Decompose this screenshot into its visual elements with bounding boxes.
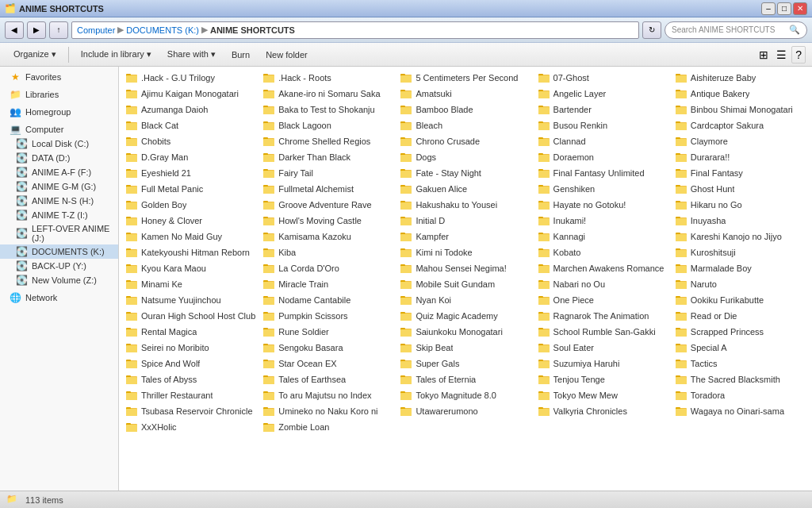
- file-item[interactable]: Ghost Hunt: [672, 181, 809, 197]
- file-item[interactable]: Darker Than Black: [259, 149, 396, 165]
- file-item[interactable]: Marmalade Boy: [672, 260, 809, 276]
- file-item[interactable]: Gakuen Alice: [396, 181, 534, 197]
- file-item[interactable]: Spice And Wolf: [122, 356, 259, 371]
- file-item[interactable]: Amatsuki: [396, 86, 534, 102]
- file-item[interactable]: Ajimu Kaigan Monogatari: [122, 86, 259, 102]
- file-item[interactable]: Claymore: [672, 133, 809, 149]
- forward-button[interactable]: ▶: [27, 21, 46, 39]
- file-item[interactable]: Kiba: [259, 244, 396, 260]
- file-item[interactable]: Black Lagoon: [259, 117, 396, 133]
- file-item[interactable]: Eyeshield 21: [122, 165, 259, 181]
- organize-button[interactable]: Organize ▾: [6, 46, 63, 64]
- minimize-button[interactable]: –: [761, 2, 776, 15]
- file-item[interactable]: Fullmetal Alchemist: [259, 181, 396, 197]
- file-item[interactable]: Honey & Clover: [122, 213, 259, 229]
- sidebar-item-anime-i[interactable]: 💽 ANIME T-Z (I:): [0, 208, 118, 222]
- include-library-button[interactable]: Include in library ▾: [74, 46, 159, 64]
- file-item[interactable]: Utawarerumono: [396, 403, 534, 419]
- file-item[interactable]: Ouran High School Host Club: [122, 308, 259, 324]
- file-item[interactable]: Thriller Restaurant: [122, 387, 259, 403]
- file-item[interactable]: Final Fantasy: [672, 165, 809, 181]
- sidebar-item-new-volume-z[interactable]: 💽 New Volume (Z:): [0, 273, 118, 287]
- file-item[interactable]: To aru Majutsu no Index: [259, 387, 396, 403]
- sidebar-item-data-d[interactable]: 💽 DATA (D:): [0, 151, 118, 165]
- file-item[interactable]: Tales of Abyss: [122, 371, 259, 387]
- file-item[interactable]: Natsume Yuujinchou: [122, 292, 259, 308]
- file-item[interactable]: Inukami!: [534, 213, 672, 229]
- file-item[interactable]: Antique Bakery: [672, 86, 809, 102]
- sidebar-item-backup-y[interactable]: 💽 BACK-UP (Y:): [0, 259, 118, 273]
- back-button[interactable]: ◀: [5, 21, 24, 39]
- file-item[interactable]: Kuroshitsuji: [672, 244, 809, 260]
- file-item[interactable]: Tenjou Tenge: [534, 371, 672, 387]
- file-item[interactable]: Chobits: [122, 133, 259, 149]
- file-item[interactable]: 07-Ghost: [534, 70, 672, 86]
- file-item[interactable]: Rental Magica: [122, 324, 259, 340]
- file-item[interactable]: Kobato: [534, 244, 672, 260]
- file-item[interactable]: Inuyasha: [672, 213, 809, 229]
- file-item[interactable]: Kampfer: [396, 229, 534, 244]
- file-item[interactable]: Scrapped Princess: [672, 324, 809, 340]
- file-item[interactable]: Azumanga Daioh: [122, 102, 259, 117]
- file-item[interactable]: Durarara!!: [672, 149, 809, 165]
- file-item[interactable]: .Hack - Roots: [259, 70, 396, 86]
- file-item[interactable]: Nabari no Ou: [534, 276, 672, 292]
- file-item[interactable]: Clannad: [534, 133, 672, 149]
- search-box[interactable]: Search ANIME SHORTCUTS 🔍: [665, 21, 807, 39]
- search-icon[interactable]: 🔍: [789, 25, 800, 35]
- file-item[interactable]: Seirei no Moribito: [122, 340, 259, 356]
- file-item[interactable]: Nodame Cantabile: [259, 292, 396, 308]
- close-button[interactable]: ✕: [793, 2, 807, 15]
- file-item[interactable]: Minami Ke: [122, 276, 259, 292]
- file-item[interactable]: Baka to Test to Shokanju: [259, 102, 396, 117]
- file-item[interactable]: Soul Eater: [534, 340, 672, 356]
- help-icon[interactable]: ?: [791, 46, 806, 64]
- file-item[interactable]: Nyan Koi: [396, 292, 534, 308]
- file-item[interactable]: Genshiken: [534, 181, 672, 197]
- file-item[interactable]: Star Ocean EX: [259, 356, 396, 371]
- file-item[interactable]: Tsubasa Reservoir Chronicle: [122, 403, 259, 419]
- file-item[interactable]: Miracle Train: [259, 276, 396, 292]
- file-item[interactable]: Valkyria Chronicles: [534, 403, 672, 419]
- file-item[interactable]: Tales of Eternia: [396, 371, 534, 387]
- file-item[interactable]: Katekyoushi Hitman Reborn: [122, 244, 259, 260]
- file-item[interactable]: Fate - Stay Night: [396, 165, 534, 181]
- file-item[interactable]: Tales of Earthsea: [259, 371, 396, 387]
- file-item[interactable]: Tokyo Magnitude 8.0: [396, 387, 534, 403]
- file-item[interactable]: Kareshi Kanojo no Jijyo: [672, 229, 809, 244]
- file-item[interactable]: D.Gray Man: [122, 149, 259, 165]
- file-item[interactable]: Final Fantasy Unlimited: [534, 165, 672, 181]
- maximize-button[interactable]: □: [777, 2, 791, 15]
- file-item[interactable]: Cardcaptor Sakura: [672, 117, 809, 133]
- file-item[interactable]: Super Gals: [396, 356, 534, 371]
- file-item[interactable]: Marchen Awakens Romance: [534, 260, 672, 276]
- view-icon-list[interactable]: ☰: [773, 47, 790, 63]
- file-item[interactable]: .Hack - G.U Trilogy: [122, 70, 259, 86]
- sidebar-item-libraries[interactable]: 📁 Libraries: [0, 87, 118, 102]
- file-item[interactable]: Bleach: [396, 117, 534, 133]
- file-item[interactable]: Angelic Layer: [534, 86, 672, 102]
- file-item[interactable]: Rune Soldier: [259, 324, 396, 340]
- sidebar-item-local-c[interactable]: 💽 Local Disk (C:): [0, 137, 118, 151]
- file-item[interactable]: Umineko no Naku Koro ni: [259, 403, 396, 419]
- sidebar-item-homegroup[interactable]: 👥 Homegroup: [0, 105, 118, 119]
- file-item[interactable]: Akane-iro ni Somaru Saka: [259, 86, 396, 102]
- file-item[interactable]: La Corda D'Oro: [259, 260, 396, 276]
- sidebar-item-anime-h[interactable]: 💽 ANIME N-S (H:): [0, 194, 118, 208]
- file-item[interactable]: Binbou Shimai Monogatari: [672, 102, 809, 117]
- sidebar-item-anime-g[interactable]: 💽 ANIME G-M (G:): [0, 179, 118, 194]
- file-item[interactable]: Howl's Moving Castle: [259, 213, 396, 229]
- file-item[interactable]: Naruto: [672, 276, 809, 292]
- file-item[interactable]: XxXHolic: [122, 419, 259, 435]
- breadcrumb-computer[interactable]: Computer: [77, 25, 115, 35]
- file-item[interactable]: Hikaru no Go: [672, 197, 809, 213]
- sidebar-item-leftover-j[interactable]: 💽 LEFT-OVER ANIME (J:): [0, 222, 118, 244]
- breadcrumb[interactable]: Computer ▶ DOCUMENTS (K:) ▶ ANIME SHORTC…: [71, 21, 639, 39]
- file-item[interactable]: Saiunkoku Monogatari: [396, 324, 534, 340]
- file-item[interactable]: Aishiteruze Baby: [672, 70, 809, 86]
- burn-button[interactable]: Burn: [224, 46, 257, 64]
- file-item[interactable]: Full Metal Panic: [122, 181, 259, 197]
- file-item[interactable]: Fairy Tail: [259, 165, 396, 181]
- file-item[interactable]: Kamen No Maid Guy: [122, 229, 259, 244]
- file-item[interactable]: Groove Adventure Rave: [259, 197, 396, 213]
